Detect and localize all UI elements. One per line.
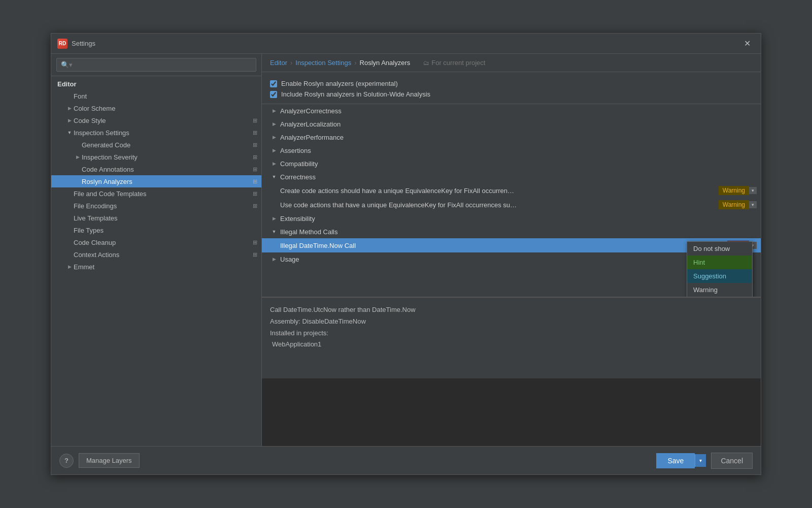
sidebar-item-file-encodings[interactable]: File Encodings ⊞	[51, 200, 261, 212]
spacer-icon	[65, 214, 74, 222]
analyzer-item-correctness[interactable]: ▶ AnalyzerCorrectness	[262, 104, 761, 117]
sidebar-item-code-style[interactable]: ▶ Code Style ⊞	[51, 114, 261, 126]
sidebar-tree: Editor Font ▶ Color Scheme ▶ Code Style …	[51, 76, 261, 446]
spacer-icon	[74, 165, 82, 173]
save-button[interactable]: Save	[656, 453, 695, 468]
sidebar-item-code-annotations[interactable]: Code Annotations ⊞	[51, 163, 261, 175]
footer: ? Manage Layers Save ▾ Cancel	[51, 446, 761, 474]
sidebar-item-color-scheme[interactable]: ▶ Color Scheme	[51, 102, 261, 114]
analyzer-item-compatibility[interactable]: ▶ Compatibility	[262, 157, 761, 170]
sidebar-item-generated-code[interactable]: Generated Code ⊞	[51, 139, 261, 151]
layer-icon: ⊞	[253, 203, 257, 209]
inspection-settings-label: Inspection Settings	[74, 129, 129, 137]
analyzer-item-illegal-method-calls[interactable]: ▼ Illegal Method Calls	[262, 225, 761, 238]
dropdown-option-suggestion[interactable]: Suggestion	[687, 269, 752, 283]
content-area: Editor Font ▶ Color Scheme ▶ Code Style …	[51, 54, 761, 446]
code-style-label: Code Style	[74, 117, 106, 124]
manage-layers-button[interactable]: Manage Layers	[79, 453, 140, 468]
extensibility-label: Extensibility	[280, 215, 315, 223]
layer-icon: ⊞	[253, 251, 257, 258]
include-solution-label: Include Roslyn analyzers in Solution-Wid…	[281, 90, 430, 98]
include-solution-row: Include Roslyn analyzers in Solution-Wid…	[270, 89, 753, 100]
chevron-right-icon: ▶	[74, 153, 82, 161]
emmet-label: Emmet	[74, 263, 94, 271]
analyzer-item-correctness-child2[interactable]: Use code actions that have a unique Equi…	[262, 198, 761, 212]
spacer-icon	[74, 141, 82, 149]
help-button[interactable]: ?	[59, 454, 74, 468]
analyzer-item-illegal-datetime[interactable]: Illegal DateTime.Now Call Error ▾	[262, 238, 761, 252]
chevron-right-icon: ▶	[270, 214, 278, 223]
editor-label: Editor	[57, 80, 77, 88]
file-types-label: File Types	[74, 227, 104, 234]
spacer-icon	[65, 250, 74, 259]
sidebar-item-roslyn-analyzers[interactable]: Roslyn Analyzers ⊞	[51, 175, 261, 187]
breadcrumb-editor[interactable]: Editor	[270, 59, 287, 67]
color-scheme-label: Color Scheme	[74, 105, 115, 112]
sidebar-item-inspection-settings[interactable]: ▼ Inspection Settings ⊞	[51, 126, 261, 139]
compatibility-label: Compatibility	[280, 160, 318, 168]
illegal-datetime-label: Illegal DateTime.Now Call	[280, 242, 727, 249]
spacer-icon	[65, 92, 74, 100]
analyzer-tree-list: ▶ AnalyzerCorrectness ▶ AnalyzerLocaliza…	[262, 104, 761, 297]
layer-icon: ⊞	[253, 190, 257, 197]
generated-code-label: Generated Code	[82, 141, 130, 149]
breadcrumb-project[interactable]: 🗂 For current project	[423, 59, 485, 67]
warning-severity-combo1: Warning ▾	[719, 186, 757, 195]
sidebar-item-editor[interactable]: Editor	[51, 78, 261, 90]
sidebar: Editor Font ▶ Color Scheme ▶ Code Style …	[51, 54, 262, 446]
dropdown-option-error[interactable]: Error	[687, 297, 752, 297]
close-button[interactable]: ✕	[740, 37, 755, 50]
inspection-severity-label: Inspection Severity	[82, 153, 138, 161]
assembly-key: Assembly:	[270, 318, 300, 325]
layer-icon: ⊞	[253, 130, 257, 136]
sidebar-item-emmet[interactable]: ▶ Emmet	[51, 261, 261, 273]
layer-icon: ⊞	[253, 142, 257, 148]
warning-severity-combo2: Warning ▾	[719, 200, 757, 209]
detail-panel: Call DateTime.UtcNow rather than DateTim…	[262, 297, 761, 378]
spacer-icon	[65, 226, 74, 234]
chevron-right-icon: ▶	[270, 133, 278, 141]
breadcrumb-current: Roslyn Analyzers	[360, 59, 411, 67]
analyzer-item-correctness2[interactable]: ▼ Correctness	[262, 170, 761, 183]
search-input[interactable]	[56, 58, 256, 72]
enable-roslyn-checkbox[interactable]	[270, 80, 277, 87]
cancel-button[interactable]: Cancel	[711, 453, 753, 469]
analyzer-item-extensibility[interactable]: ▶ Extensibility	[262, 212, 761, 225]
analyzer-item-usage[interactable]: ▶ Usage	[262, 252, 761, 266]
chevron-down-icon: ▼	[65, 129, 74, 137]
sidebar-item-context-actions[interactable]: Context Actions ⊞	[51, 248, 261, 261]
sidebar-item-inspection-severity[interactable]: ▶ Inspection Severity ⊞	[51, 151, 261, 163]
file-code-templates-label: File and Code Templates	[74, 190, 147, 198]
warning-dropdown-btn2[interactable]: ▾	[749, 201, 757, 208]
include-solution-checkbox[interactable]	[270, 91, 277, 98]
spacer-icon	[65, 202, 74, 210]
analyzer-item-assertions[interactable]: ▶ Assertions	[262, 144, 761, 157]
sidebar-item-live-templates[interactable]: Live Templates	[51, 212, 261, 224]
detail-assembly: Assembly: DisableDateTimeNow	[270, 316, 753, 327]
code-cleanup-label: Code Cleanup	[74, 239, 116, 246]
analyzer-item-correctness-child1[interactable]: Create code actions should have a unique…	[262, 183, 761, 198]
sidebar-item-font[interactable]: Font	[51, 90, 261, 102]
breadcrumb-inspection-settings[interactable]: Inspection Settings	[295, 59, 351, 67]
layer-icon: ⊞	[253, 166, 257, 173]
analyzer-item-localization[interactable]: ▶ AnalyzerLocalization	[262, 117, 761, 131]
sidebar-item-file-types[interactable]: File Types	[51, 224, 261, 236]
save-dropdown-button[interactable]: ▾	[695, 454, 706, 467]
chevron-right-icon: ▶	[270, 120, 278, 128]
main-panel: Editor › Inspection Settings › Roslyn An…	[262, 54, 761, 446]
enable-roslyn-label: Enable Roslyn analyzers (experimental)	[281, 80, 398, 87]
detail-installed: Installed in projects:	[270, 328, 753, 339]
dropdown-option-do-not-show[interactable]: Do not show	[687, 242, 752, 256]
sidebar-item-code-cleanup[interactable]: Code Cleanup ⊞	[51, 236, 261, 248]
chevron-right-icon: ▶	[65, 104, 74, 112]
dropdown-option-warning[interactable]: Warning	[687, 283, 752, 297]
layer-icon: ⊞	[253, 154, 257, 161]
warning-label1: Warning	[719, 186, 749, 195]
search-bar	[51, 54, 261, 76]
warning-dropdown-btn1[interactable]: ▾	[749, 187, 757, 194]
dropdown-option-hint[interactable]: Hint	[687, 256, 752, 269]
layer-icon: ⊞	[253, 117, 257, 124]
localization-label: AnalyzerLocalization	[280, 120, 341, 128]
sidebar-item-file-code-templates[interactable]: File and Code Templates ⊞	[51, 187, 261, 200]
analyzer-item-performance[interactable]: ▶ AnalyzerPerformance	[262, 131, 761, 144]
